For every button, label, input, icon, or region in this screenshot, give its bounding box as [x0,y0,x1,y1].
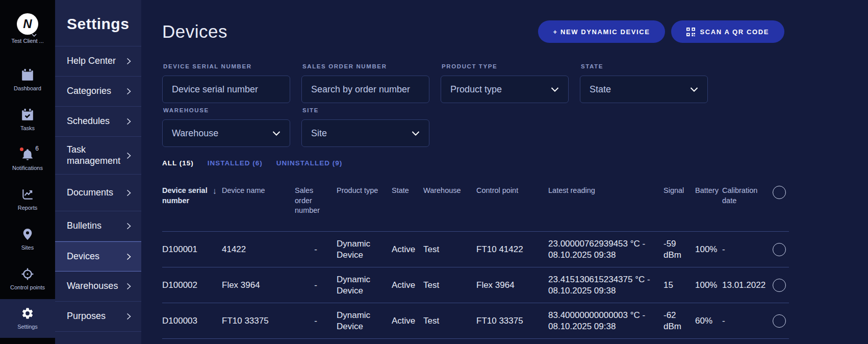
rail-item-reports[interactable]: Reports [0,180,55,219]
column-header-control-point[interactable]: Control point [476,186,548,196]
rail-item-settings[interactable]: Settings [0,299,55,338]
logo: N [17,13,38,35]
cell-device-name: 41422 [222,244,295,255]
rail-item-label: Notifications [12,165,43,171]
main-content: Devices + NEW DYNAMIC DEVICE SCAN A QR C… [141,0,868,344]
dashboard-icon [21,68,34,82]
cell-device-name: FT10 33375 [222,315,295,326]
panel-title: Settings [55,0,141,46]
cell-serial: D100003 [162,315,222,326]
cell-calibration-date: 13.01.2022 [722,280,769,290]
cell-serial: D100002 [162,280,222,290]
client-label: Test Client ... [11,38,44,44]
select-all-circle[interactable] [773,186,786,199]
tab-all[interactable]: ALL (15) [162,159,194,167]
column-header-product-type[interactable]: Product type [337,186,392,196]
cell-signal: -62 dBm [663,310,695,332]
devices-table: Device serial number ↓ Device name Sales… [162,181,789,339]
chevron-down-icon [272,131,280,136]
chevron-right-icon [126,253,131,260]
product-type-select[interactable]: Product type [441,76,569,103]
state-label: STATE [581,63,708,69]
notification-count: 6 [35,145,39,152]
cell-device-name: Flex 3964 [222,280,295,290]
settings-menu-panel: Settings Help Center Categories Schedule… [55,0,141,344]
column-header-signal[interactable]: Signal [663,186,695,196]
rail-item-control-points[interactable]: Control points [0,259,55,299]
chevron-down-icon [412,131,420,136]
tasks-icon [21,108,34,121]
tab-uninstalled[interactable]: UNINSTALLED (9) [276,159,343,167]
table-row[interactable]: D100001 41422 - Dynamic Device Active Te… [162,232,789,267]
chevron-right-icon [126,313,131,320]
site-label: SITE [302,107,429,113]
sidebar-item-documents[interactable]: Documents [55,175,141,211]
cell-battery: 60% [695,315,722,326]
warehouse-select[interactable]: Warehouse [162,119,290,147]
sales-order-input[interactable] [301,76,429,103]
sidebar-item-warehouses[interactable]: Warehouses [55,272,141,302]
column-header-device-name[interactable]: Device name [222,186,295,196]
tab-installed[interactable]: INSTALLED (6) [208,159,263,167]
sidebar-item-categories[interactable]: Categories [55,77,141,107]
chevron-right-icon [126,88,131,95]
column-header-state[interactable]: State [392,186,423,196]
column-header-warehouse[interactable]: Warehouse [423,186,476,196]
cell-battery: 100% [695,244,722,255]
chevron-right-icon [126,189,131,196]
page-title: Devices [162,21,227,42]
sidebar-item-devices[interactable]: Devices [55,241,141,272]
new-dynamic-device-button[interactable]: + NEW DYNAMIC DEVICE [538,20,666,43]
cell-battery: 100% [695,280,722,290]
row-select-circle[interactable] [773,314,786,328]
cell-product-type: Dynamic Device [337,238,392,260]
scan-qr-code-button[interactable]: SCAN A QR CODE [671,20,784,43]
chevron-down-icon [32,34,37,37]
cell-calibration-date: - [722,244,769,255]
cell-latest-reading: 83.40000000000003 °C - 08.10.2025 09:38 [548,310,663,332]
cell-control-point: FT10 41422 [476,244,548,255]
rail-item-label: Reports [18,205,38,211]
sidebar-item-schedules[interactable]: Schedules [55,107,141,137]
column-header-calibration-date[interactable]: Calibration date [722,186,769,206]
sidebar-item-task-management[interactable]: Task management [55,137,141,175]
rail-item-tasks[interactable]: Tasks [0,100,55,140]
rail-item-notifications[interactable]: 6 Notifications [0,140,55,180]
rail-item-label: Tasks [20,125,35,131]
column-header-sales-order-number[interactable]: Sales order number [295,186,337,216]
column-header-device-serial-number[interactable]: Device serial number ↓ [162,186,222,206]
icon-rail: N Test Client ... Dashboard Tasks [0,0,55,344]
rail-item-label: Dashboard [14,85,41,91]
row-select-circle[interactable] [773,243,786,256]
rail-item-dashboard[interactable]: Dashboard [0,60,55,100]
table-row[interactable]: D100002 Flex 3964 - Dynamic Device Activ… [162,267,789,303]
sidebar-item-help-center[interactable]: Help Center [55,46,141,77]
sidebar-item-purposes[interactable]: Purposes [55,302,141,332]
cell-state: Active [392,315,423,326]
cell-state: Active [392,280,423,290]
state-select[interactable]: State [580,76,708,103]
client-switcher[interactable]: N Test Client ... [11,13,44,44]
reports-icon [21,188,34,201]
chevron-right-icon [126,283,131,290]
rail-item-label: Sites [21,244,34,251]
cell-latest-reading: 23.00000762939453 °C - 08.10.2025 09:38 [548,238,663,260]
cell-warehouse: Test [423,244,476,255]
chevron-right-icon [126,152,131,159]
control-points-icon [21,267,34,281]
product-type-label: PRODUCT TYPE [442,63,569,69]
chevron-right-icon [126,58,131,65]
device-serial-input[interactable] [162,76,290,103]
row-select-circle[interactable] [773,279,786,292]
sidebar-item-bulletins[interactable]: Bulletins [55,211,141,241]
site-select[interactable]: Site [301,119,429,147]
column-header-battery[interactable]: Battery [695,186,722,196]
table-row[interactable]: D100003 FT10 33375 - Dynamic Device Acti… [162,303,789,339]
cell-latest-reading: 23.415130615234375 °C - 08.10.2025 09:38 [548,274,663,296]
cell-control-point: FT10 33375 [476,315,548,326]
device-serial-label: DEVICE SERIAL NUMBER [163,63,290,69]
rail-item-sites[interactable]: Sites [0,219,55,259]
chevron-down-icon [551,87,559,92]
rail-item-label: Settings [17,324,38,330]
column-header-latest-reading[interactable]: Latest reading [548,186,663,196]
